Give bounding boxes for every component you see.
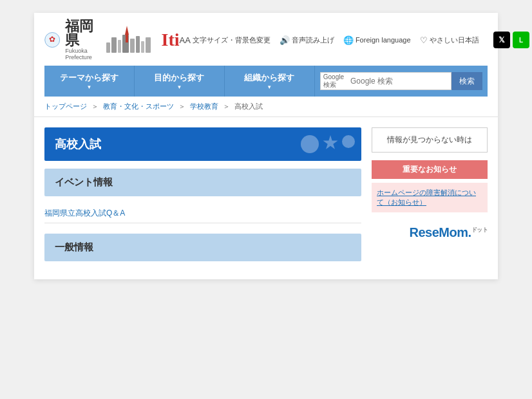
sidebar-info-box: 情報が見つからない時は	[372, 127, 488, 153]
breadcrumb-current: 高校入試	[234, 102, 263, 110]
breadcrumb-school[interactable]: 学校教育	[190, 102, 218, 110]
main-content: 高校入試 イベント情報 福岡県立高校入試Q＆A 一般情報	[34, 117, 498, 279]
link-qa[interactable]: 福岡県立高校入試Q＆A	[44, 209, 125, 218]
deco-circle-2	[342, 135, 355, 148]
google-label: Google 検索	[320, 72, 347, 90]
resemom-logo: ReseMom.ドット	[372, 225, 488, 240]
section-decoration	[301, 135, 355, 153]
tool-audio[interactable]: 🔊 音声読み上げ	[280, 35, 334, 45]
svg-rect-6	[130, 39, 135, 53]
nav-item-purpose[interactable]: 目的から探す ▼	[135, 66, 225, 97]
breadcrumb: トップページ ＞ 教育・文化・スポーツ ＞ 学校教育 ＞ 高校入試	[34, 97, 498, 117]
font-size-icon: AA	[180, 35, 191, 45]
nav-arrow-theme: ▼	[87, 85, 92, 90]
logo-area: ✿ 福岡県 Fukuoka Prefecture	[44, 19, 180, 60]
breadcrumb-education[interactable]: 教育・文化・スポーツ	[103, 102, 174, 110]
header: ✿ 福岡県 Fukuoka Prefecture	[34, 13, 498, 97]
tool-font-size[interactable]: AA 文字サイズ・背景色変更	[180, 35, 271, 45]
heart-icon: ♡	[420, 35, 428, 45]
search-button[interactable]: 検索	[451, 72, 482, 90]
line-button[interactable]: L	[513, 32, 529, 48]
svg-rect-4	[118, 40, 121, 53]
sidebar-alert: 重要なお知らせ ホームページの障害解消について（お知らせ）	[372, 160, 488, 212]
svg-rect-3	[111, 37, 117, 53]
section-header-general: 一般情報	[44, 234, 361, 261]
tool-font-size-label: 文字サイズ・背景色変更	[193, 35, 271, 45]
breadcrumb-top[interactable]: トップページ	[44, 102, 87, 110]
twitter-button[interactable]: 𝕏	[493, 32, 510, 48]
city-silhouette-icon	[105, 27, 157, 53]
content-right: 情報が見つからない時は 重要なお知らせ ホームページの障害解消について（お知らせ…	[372, 127, 488, 269]
content-left: 高校入試 イベント情報 福岡県立高校入試Q＆A 一般情報	[44, 127, 361, 269]
tool-language[interactable]: 🌐 Foreign language	[343, 35, 411, 45]
audio-icon: 🔊	[280, 35, 290, 45]
deco-flower	[323, 135, 338, 151]
nav-arrow-org: ▼	[267, 85, 272, 90]
resemom-text: ReseMom.ドット	[409, 225, 488, 239]
svg-text:L: L	[518, 37, 522, 44]
globe-icon: 🌐	[343, 35, 354, 45]
nav-item-org[interactable]: 組織から探す ▼	[225, 66, 315, 97]
svg-rect-8	[141, 41, 144, 53]
nav-arrow-purpose: ▼	[176, 85, 182, 90]
svg-text:✿: ✿	[49, 35, 55, 44]
tool-easy-japanese[interactable]: ♡ やさしい日本語	[420, 35, 479, 45]
tool-language-label: Foreign language	[356, 36, 411, 44]
nav-bar: テーマから探す ▼ 目的から探す ▼ 組織から探す ▼ Google 検索 検索	[44, 66, 488, 97]
logo-romaji-text: Fukuoka Prefecture	[65, 48, 99, 60]
svg-rect-9	[146, 37, 151, 53]
svg-marker-10	[125, 26, 129, 35]
section-header-koukou: 高校入試	[44, 127, 361, 161]
sidebar-alert-link[interactable]: ホームページの障害解消について（お知らせ）	[377, 189, 476, 206]
svg-rect-7	[136, 36, 140, 53]
page-wrapper: ✿ 福岡県 Fukuoka Prefecture	[34, 13, 498, 279]
sidebar-alert-body: ホームページの障害解消について（お知らせ）	[372, 183, 488, 212]
svg-rect-2	[106, 42, 110, 53]
search-input[interactable]	[347, 72, 451, 90]
nav-item-theme[interactable]: テーマから探す ▼	[44, 66, 135, 97]
search-area: Google 検索 検索	[315, 66, 488, 97]
section-header-event: イベント情報	[44, 169, 361, 196]
iti-logo: Iti	[162, 31, 180, 49]
header-tools: AA 文字サイズ・背景色変更 🔊 音声読み上げ 🌐 Foreign langua…	[180, 32, 529, 48]
sidebar-info-label: 情報が見つからない時は	[387, 135, 472, 144]
tool-audio-label: 音声読み上げ	[292, 35, 334, 45]
fukuoka-logo-icon: ✿	[44, 28, 60, 51]
svg-rect-11	[126, 35, 128, 42]
logo-kanji-text: 福岡県	[65, 19, 99, 48]
deco-circle-1	[301, 135, 319, 153]
tool-easy-jp-label: やさしい日本語	[430, 35, 479, 45]
sidebar-alert-header: 重要なお知らせ	[372, 160, 488, 179]
social-icons: 𝕏 L	[493, 32, 529, 48]
link-item-qa: 福岡県立高校入試Q＆A	[44, 204, 361, 223]
